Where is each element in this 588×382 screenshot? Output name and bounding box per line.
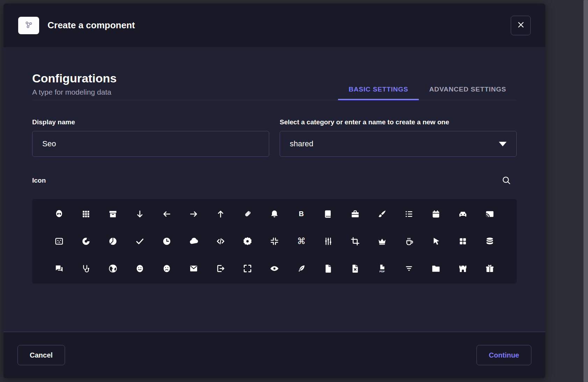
- gift-icon[interactable]: [484, 263, 496, 274]
- apps-icon[interactable]: [80, 208, 92, 220]
- category-select[interactable]: shared: [280, 131, 517, 157]
- dashboard-icon[interactable]: [457, 235, 469, 247]
- arrow-up-icon[interactable]: [215, 208, 227, 220]
- check-icon[interactable]: [134, 235, 146, 247]
- arrow-right-icon[interactable]: [188, 208, 200, 220]
- close-button[interactable]: [511, 16, 531, 35]
- filter-icon[interactable]: [403, 263, 415, 274]
- create-component-modal: Create a component Configurations A type…: [3, 3, 545, 378]
- screen-backdrop: Create a component Configurations A type…: [0, 0, 588, 382]
- svg-text:PDF: PDF: [380, 270, 385, 273]
- briefcase-icon[interactable]: [349, 208, 361, 220]
- file-error-icon[interactable]: [349, 263, 361, 274]
- arrow-left-icon[interactable]: [161, 208, 173, 220]
- command-icon[interactable]: ⌘: [295, 235, 307, 247]
- chevron-down-icon: [499, 142, 507, 146]
- component-icon: [23, 20, 34, 31]
- chart-pie-icon[interactable]: [107, 235, 119, 247]
- svg-text:B: B: [299, 210, 304, 218]
- collapse-icon[interactable]: [268, 235, 280, 247]
- connector-icon[interactable]: [322, 235, 334, 247]
- display-name-input[interactable]: [32, 131, 269, 157]
- settings-tabs: BASIC SETTINGS ADVANCED SETTINGS: [338, 80, 517, 100]
- cup-icon[interactable]: [403, 235, 415, 247]
- brush-icon[interactable]: [376, 208, 388, 220]
- chart-circle-icon[interactable]: [80, 235, 92, 247]
- code-icon[interactable]: [215, 235, 227, 247]
- fort-icon[interactable]: [457, 263, 469, 274]
- cursor-icon[interactable]: [430, 235, 442, 247]
- intro-text: Configurations A type for modeling data: [32, 72, 117, 100]
- icon-grid: B⌘PDF: [32, 199, 517, 284]
- display-name-label: Display name: [32, 118, 269, 126]
- page-subtitle: A type for modeling data: [32, 88, 117, 100]
- earth-icon[interactable]: [107, 263, 119, 274]
- book-icon[interactable]: [322, 208, 334, 220]
- clock-icon[interactable]: [161, 235, 173, 247]
- arrow-down-icon[interactable]: [134, 208, 146, 220]
- modal-footer: Cancel Continue: [3, 332, 545, 378]
- attachment-icon[interactable]: [242, 208, 253, 220]
- calendar-icon[interactable]: [430, 208, 442, 220]
- modal-title: Create a component: [48, 20, 511, 31]
- icon-section-header: Icon: [32, 174, 517, 186]
- continue-button[interactable]: Continue: [476, 345, 531, 365]
- bullet-list-icon[interactable]: [403, 208, 415, 220]
- display-name-field-group: Display name: [32, 118, 269, 157]
- database-icon[interactable]: [484, 235, 496, 247]
- svg-text:⌘: ⌘: [297, 236, 306, 246]
- emotion-unhappy-icon[interactable]: [161, 263, 173, 274]
- emotion-happy-icon[interactable]: [134, 263, 146, 274]
- search-icon: [502, 176, 511, 185]
- expand-icon[interactable]: [242, 263, 253, 274]
- file-pdf-icon[interactable]: PDF: [376, 263, 388, 274]
- chart-bubble-icon[interactable]: [53, 235, 65, 247]
- bold-icon[interactable]: B: [295, 208, 307, 220]
- eye-icon[interactable]: [268, 263, 280, 274]
- tab-basic-settings[interactable]: BASIC SETTINGS: [338, 80, 419, 100]
- file-icon[interactable]: [322, 263, 334, 274]
- bell-icon[interactable]: [268, 208, 280, 220]
- page-scrollbar[interactable]: [583, 0, 588, 382]
- cast-icon[interactable]: [484, 208, 496, 220]
- crown-icon[interactable]: [376, 235, 388, 247]
- feather-icon[interactable]: [295, 263, 307, 274]
- modal-header: Create a component: [3, 3, 545, 47]
- page-title: Configurations: [32, 72, 117, 85]
- icon-search-button[interactable]: [500, 174, 512, 186]
- doctor-icon[interactable]: [80, 263, 92, 274]
- modal-body: Configurations A type for modeling data …: [3, 47, 545, 332]
- cog-icon[interactable]: [242, 235, 253, 247]
- form-row: Display name Select a category or enter …: [32, 118, 517, 157]
- close-icon: [516, 20, 525, 30]
- exit-icon[interactable]: [215, 263, 227, 274]
- folder-icon[interactable]: [430, 263, 442, 274]
- intro-row: Configurations A type for modeling data …: [32, 72, 517, 100]
- alien-icon[interactable]: [53, 208, 65, 220]
- category-select-value: shared: [290, 139, 313, 148]
- discuss-icon[interactable]: [53, 263, 65, 274]
- crop-icon[interactable]: [349, 235, 361, 247]
- category-label: Select a category or enter a name to cre…: [280, 118, 517, 126]
- tab-advanced-settings[interactable]: ADVANCED SETTINGS: [419, 80, 517, 100]
- archive-icon[interactable]: [107, 208, 119, 220]
- cloud-icon[interactable]: [188, 235, 200, 247]
- icon-label: Icon: [32, 177, 46, 184]
- icon-section: Icon B⌘PDF: [32, 174, 517, 284]
- envelop-icon[interactable]: [188, 263, 200, 274]
- component-icon-tile: [18, 17, 39, 34]
- cancel-button[interactable]: Cancel: [17, 345, 65, 365]
- car-icon[interactable]: [457, 208, 469, 220]
- category-field-group: Select a category or enter a name to cre…: [280, 118, 517, 157]
